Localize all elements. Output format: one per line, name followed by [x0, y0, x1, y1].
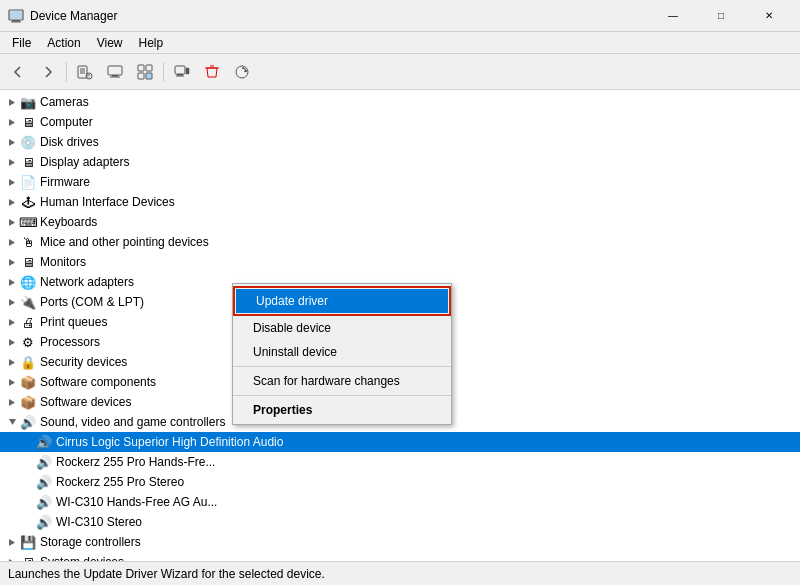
tree-item-wic310stereo[interactable]: 🔊WI-C310 Stereo [0, 512, 800, 532]
context-menu-scan-hardware[interactable]: Scan for hardware changes [233, 369, 451, 393]
menu-bar: File Action View Help [0, 32, 800, 54]
context-menu-properties[interactable]: Properties [233, 398, 451, 422]
forward-button[interactable] [34, 58, 62, 86]
item-label-keyboards: Keyboards [40, 215, 97, 229]
item-icon-hid: 🕹 [20, 194, 36, 210]
expand-icon-ports [4, 294, 20, 310]
tree-item-monitors[interactable]: 🖥Monitors [0, 252, 800, 272]
close-button[interactable]: ✕ [746, 0, 792, 32]
context-menu-uninstall-device[interactable]: Uninstall device [233, 340, 451, 364]
main-content: 📷Cameras🖥Computer💿Disk drives🖥Display ad… [0, 90, 800, 561]
item-label-ports: Ports (COM & LPT) [40, 295, 144, 309]
tree-item-rockerz255pro[interactable]: 🔊Rockerz 255 Pro Hands-Fre... [0, 452, 800, 472]
item-icon-softwaredevices: 📦 [20, 394, 36, 410]
item-icon-rockerz255pro: 🔊 [36, 454, 52, 470]
svg-marker-42 [9, 539, 15, 546]
item-label-monitors: Monitors [40, 255, 86, 269]
status-bar: Launches the Update Driver Wizard for th… [0, 561, 800, 585]
svg-rect-12 [112, 75, 118, 77]
svg-marker-26 [9, 119, 15, 126]
context-menu-separator-2 [233, 395, 451, 396]
item-label-diskdrives: Disk drives [40, 135, 99, 149]
tree-item-wic310hands[interactable]: 🔊WI-C310 Hands-Free AG Au... [0, 492, 800, 512]
uninstall-button[interactable] [198, 58, 226, 86]
item-icon-printqueues: 🖨 [20, 314, 36, 330]
expand-icon-networkadapters [4, 274, 20, 290]
item-icon-softwarecomponents: 📦 [20, 374, 36, 390]
tree-item-keyboards[interactable]: ⌨Keyboards [0, 212, 800, 232]
tree-item-firmware[interactable]: 📄Firmware [0, 172, 800, 192]
tree-item-systemdevices[interactable]: 🖥System devices [0, 552, 800, 561]
tree-item-diskdrives[interactable]: 💿Disk drives [0, 132, 800, 152]
back-button[interactable] [4, 58, 32, 86]
item-icon-firmware: 📄 [20, 174, 36, 190]
expand-icon-securitydevices [4, 354, 20, 370]
tree-item-displayadapters[interactable]: 🖥Display adapters [0, 152, 800, 172]
expand-icon-displayadapters [4, 154, 20, 170]
svg-marker-29 [9, 179, 15, 186]
item-icon-securitydevices: 🔒 [20, 354, 36, 370]
context-menu-disable-device[interactable]: Disable device [233, 316, 451, 340]
tree-item-cirrus[interactable]: 🔊Cirrus Logic Superior High Definition A… [0, 432, 800, 452]
expand-icon-cameras [4, 94, 20, 110]
expand-icon-computer [4, 114, 20, 130]
expand-icon-softwarecomponents [4, 374, 20, 390]
item-icon-cirrus: 🔊 [36, 434, 52, 450]
svg-rect-3 [10, 11, 22, 19]
expand-icon-soundvideo [4, 414, 20, 430]
svg-marker-27 [9, 139, 15, 146]
item-icon-keyboards: ⌨ [20, 214, 36, 230]
menu-help[interactable]: Help [131, 34, 172, 52]
svg-marker-28 [9, 159, 15, 166]
computer-icon-button[interactable] [168, 58, 196, 86]
svg-rect-11 [108, 66, 122, 75]
expand-icon-firmware [4, 174, 20, 190]
maximize-button[interactable]: □ [698, 0, 744, 32]
expand-icon-cirrus [20, 434, 36, 450]
scan-button[interactable] [228, 58, 256, 86]
tree-item-mice[interactable]: 🖱Mice and other pointing devices [0, 232, 800, 252]
item-label-processors: Processors [40, 335, 100, 349]
item-label-hid: Human Interface Devices [40, 195, 175, 209]
expand-icon-wic310hands [20, 494, 36, 510]
properties-button[interactable] [71, 58, 99, 86]
menu-action[interactable]: Action [39, 34, 88, 52]
item-icon-storagecontrollers: 💾 [20, 534, 36, 550]
context-menu: Update driver Disable device Uninstall d… [232, 283, 452, 425]
item-icon-wic310hands: 🔊 [36, 494, 52, 510]
expand-icon-storagecontrollers [4, 534, 20, 550]
tree-item-hid[interactable]: 🕹Human Interface Devices [0, 192, 800, 212]
svg-marker-43 [9, 559, 15, 562]
context-menu-update-driver[interactable]: Update driver [236, 289, 448, 313]
item-label-securitydevices: Security devices [40, 355, 127, 369]
menu-view[interactable]: View [89, 34, 131, 52]
svg-rect-14 [138, 65, 144, 71]
item-icon-mice: 🖱 [20, 234, 36, 250]
minimize-button[interactable]: — [650, 0, 696, 32]
show-hidden-button[interactable] [131, 58, 159, 86]
tree-item-storagecontrollers[interactable]: 💾Storage controllers [0, 532, 800, 552]
item-label-displayadapters: Display adapters [40, 155, 129, 169]
tree-item-rockerz255stereo[interactable]: 🔊Rockerz 255 Pro Stereo [0, 472, 800, 492]
menu-file[interactable]: File [4, 34, 39, 52]
expand-icon-softwaredevices [4, 394, 20, 410]
item-icon-processors: ⚙ [20, 334, 36, 350]
title-bar: Device Manager — □ ✕ [0, 0, 800, 32]
svg-rect-1 [12, 20, 20, 22]
svg-point-10 [89, 76, 90, 77]
svg-marker-32 [9, 239, 15, 246]
toolbar-separator-1 [66, 62, 67, 82]
app-icon [8, 8, 24, 24]
tree-item-cameras[interactable]: 📷Cameras [0, 92, 800, 112]
svg-marker-41 [9, 419, 16, 425]
context-menu-separator-1 [233, 366, 451, 367]
item-label-soundvideo: Sound, video and game controllers [40, 415, 225, 429]
expand-icon-printqueues [4, 314, 20, 330]
device-manager-button[interactable] [101, 58, 129, 86]
item-label-storagecontrollers: Storage controllers [40, 535, 141, 549]
svg-marker-31 [9, 219, 15, 226]
svg-rect-21 [186, 68, 189, 74]
tree-item-computer[interactable]: 🖥Computer [0, 112, 800, 132]
item-icon-wic310stereo: 🔊 [36, 514, 52, 530]
svg-rect-13 [110, 76, 120, 77]
